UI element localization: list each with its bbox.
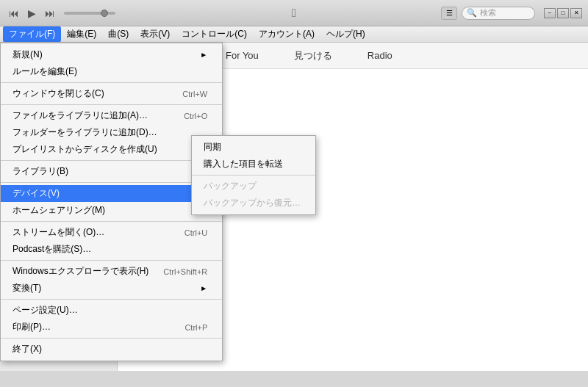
volume-slider[interactable]	[64, 12, 115, 15]
menu-add-folder[interactable]: フォルダーをライブラリに追加(D)…	[1, 124, 222, 141]
menu-close-window[interactable]: ウィンドウを閉じる(C) Ctrl+W	[1, 85, 222, 102]
tab-for-you[interactable]: For You	[215, 47, 269, 64]
search-box[interactable]: 🔍 検索	[462, 7, 535, 20]
menu-bar: ファイル(F) 編集(E) 曲(S) 表示(V) コントロール(C) アカウント…	[0, 26, 588, 43]
volume-thumb	[101, 10, 108, 17]
submenu-backup: バックアップ	[192, 178, 315, 195]
restore-button[interactable]: □	[557, 8, 569, 18]
separator-1	[1, 82, 222, 83]
search-placeholder: 検索	[480, 7, 496, 18]
menu-controls[interactable]: コントロール(C)	[176, 26, 253, 42]
menu-quit[interactable]: 終了(X)	[1, 341, 222, 358]
menu-podcast[interactable]: Podcastを購読(S)…	[1, 241, 222, 258]
submenu-sync[interactable]: 同期	[192, 139, 315, 156]
menu-open-stream[interactable]: ストリームを聞く(O)… Ctrl+U	[1, 224, 222, 241]
list-view-button[interactable]: ☰	[441, 7, 457, 20]
submenu-restore: バックアップから復元…	[192, 195, 315, 211]
menu-library[interactable]: ライブラリ(B) ►	[1, 163, 222, 180]
tab-radio[interactable]: Radio	[357, 47, 403, 64]
arrow-icon-convert: ►	[200, 284, 207, 292]
menu-playlist-disc[interactable]: プレイリストからディスクを作成(U)	[1, 141, 222, 158]
menu-devices[interactable]: デバイス(V) ►	[1, 185, 222, 202]
menu-view[interactable]: 表示(V)	[135, 26, 176, 42]
transport-bar: ⏮ ▶ ⏭  ☰ 🔍 検索 − □ ✕	[0, 0, 588, 26]
separator-3	[1, 160, 222, 161]
separator-5	[1, 221, 222, 222]
arrow-icon: ►	[200, 51, 207, 59]
menu-new[interactable]: 新規(N) ►	[1, 46, 222, 63]
play-button[interactable]: ▶	[25, 6, 39, 21]
tab-find[interactable]: 見つける	[284, 46, 343, 65]
submenu-transfer[interactable]: 購入した項目を転送	[192, 156, 315, 173]
separator-4	[1, 182, 222, 183]
devices-submenu: 同期 購入した項目を転送 バックアップ バックアップから復元…	[191, 135, 316, 215]
menu-file[interactable]: ファイル(F)	[3, 26, 61, 42]
menu-page-setup[interactable]: ページ設定(U)…	[1, 302, 222, 319]
menu-edit[interactable]: 編集(E)	[61, 26, 102, 42]
window-controls: − □ ✕	[544, 8, 582, 18]
separator-2	[1, 104, 222, 105]
next-button[interactable]: ⏭	[42, 6, 58, 21]
menu-song[interactable]: 曲(S)	[102, 26, 135, 42]
search-area: ☰ 🔍 検索 − □ ✕	[441, 7, 582, 20]
menu-help[interactable]: ヘルプ(H)	[320, 26, 371, 42]
menu-account[interactable]: アカウント(A)	[253, 26, 320, 42]
file-dropdown: 新規(N) ► ルールを編集(E) ウィンドウを閉じる(C) Ctrl+W ファ…	[0, 43, 223, 361]
prev-button[interactable]: ⏮	[6, 6, 22, 21]
separator-8	[1, 338, 222, 339]
menu-edit-rule[interactable]: ルールを編集(E)	[1, 63, 222, 80]
separator-7	[1, 299, 222, 300]
menu-print[interactable]: 印刷(P)… Ctrl+P	[1, 319, 222, 336]
menu-add-file[interactable]: ファイルをライブラリに追加(A)… Ctrl+O	[1, 107, 222, 124]
menu-convert[interactable]: 変換(T) ►	[1, 280, 222, 297]
minimize-button[interactable]: −	[544, 8, 556, 18]
separator-6	[1, 260, 222, 261]
submenu-separator	[192, 175, 315, 176]
close-button[interactable]: ✕	[570, 8, 582, 18]
menu-home-sharing[interactable]: ホームシェアリング(M)	[1, 202, 222, 219]
apple-logo: 	[292, 7, 296, 20]
search-icon: 🔍	[467, 8, 477, 18]
menu-win-explorer[interactable]: Windowsエクスプローラで表示(H) Ctrl+Shift+R	[1, 263, 222, 280]
